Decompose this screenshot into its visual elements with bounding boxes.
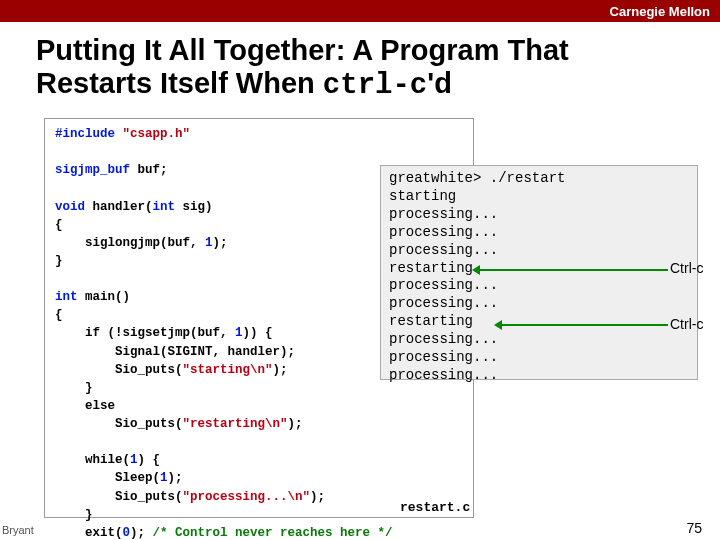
- title-part1: Putting It All Together: A Program That …: [36, 34, 569, 99]
- slide-title: Putting It All Together: A Program That …: [0, 22, 720, 109]
- arrow-1: [478, 269, 668, 271]
- arrow-2: [500, 324, 668, 326]
- brand-text: Carnegie Mellon: [610, 4, 710, 19]
- file-label: restart.c: [400, 500, 470, 515]
- title-mono: ctrl-c: [323, 69, 427, 102]
- footer-author: Bryant: [2, 524, 34, 536]
- ctrlc-label-1: Ctrl-c: [670, 260, 703, 276]
- top-brand-bar: Carnegie Mellon: [0, 0, 720, 22]
- terminal-output: greatwhite> ./restart starting processin…: [389, 170, 689, 385]
- page-number: 75: [686, 520, 702, 536]
- title-part2: 'd: [427, 67, 452, 99]
- ctrlc-label-2: Ctrl-c: [670, 316, 703, 332]
- terminal-output-box: greatwhite> ./restart starting processin…: [380, 165, 698, 380]
